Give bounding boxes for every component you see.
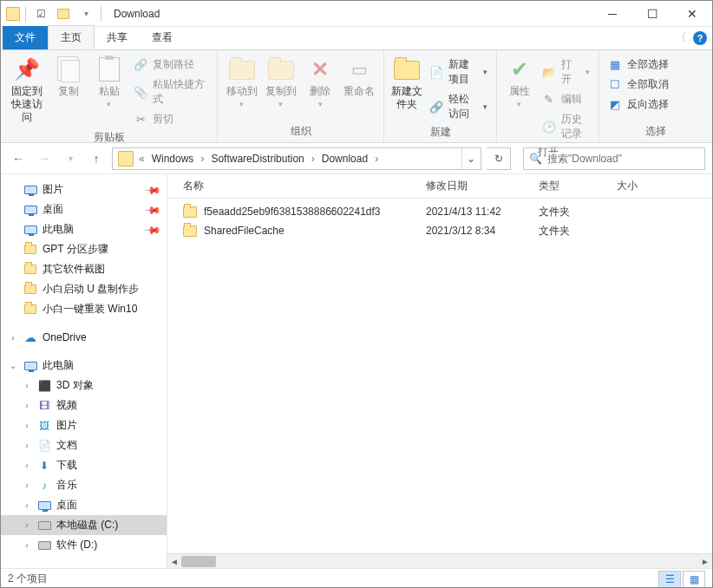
col-size[interactable]: 大小 xyxy=(610,179,662,193)
invert-selection-button[interactable]: ◩反向选择 xyxy=(605,95,672,114)
disk-icon xyxy=(37,519,51,532)
desktop-icon xyxy=(23,203,37,217)
chevron-icon[interactable]: › xyxy=(310,153,317,165)
move-to-button[interactable]: 移动到 ▾ xyxy=(223,54,260,111)
close-button[interactable]: ✕ xyxy=(672,1,712,27)
qat-new-folder-button[interactable] xyxy=(54,4,73,23)
copy-to-button[interactable]: 复制到 ▾ xyxy=(262,54,299,111)
horizontal-scrollbar[interactable]: ◄ ► xyxy=(167,553,712,568)
cut-button[interactable]: ✂剪切 xyxy=(130,110,212,128)
maximize-button[interactable]: ☐ xyxy=(632,1,672,27)
easy-access-button[interactable]: 🔗轻松访问▾ xyxy=(426,90,491,123)
icons-view-button[interactable]: ▦ xyxy=(683,571,705,588)
folder-icon xyxy=(6,7,20,21)
edit-button[interactable]: ✎编辑 xyxy=(539,90,593,108)
copyto-icon xyxy=(267,56,295,83)
file-row[interactable]: SharedFileCache 2021/3/12 8:34 文件夹 xyxy=(176,221,712,240)
tree-item-desktop2[interactable]: ›桌面 xyxy=(1,495,167,515)
open-button[interactable]: 📂打开▾ xyxy=(539,56,593,88)
tree-item[interactable]: GPT 分区步骤 xyxy=(1,239,167,259)
select-none-button[interactable]: ☐全部取消 xyxy=(605,75,672,94)
breadcrumb-prefix[interactable]: « xyxy=(137,153,147,165)
title-bar: ☑ ▾ Download ─ ☐ ✕ xyxy=(1,1,712,27)
forward-button[interactable]: → xyxy=(34,148,55,169)
tree-item-downloads[interactable]: ›⬇下载 xyxy=(1,455,167,475)
address-dropdown-button[interactable]: ⌄ xyxy=(461,148,479,169)
music-icon: ♪ xyxy=(37,479,51,493)
search-input[interactable] xyxy=(547,153,699,165)
refresh-button[interactable]: ↻ xyxy=(487,147,511,170)
separator xyxy=(25,6,26,22)
address-bar[interactable]: « Windows › SoftwareDistribution › Downl… xyxy=(112,147,481,170)
recent-button[interactable]: ▾ xyxy=(60,148,81,169)
pin-icon: 📌 xyxy=(13,56,41,83)
tab-share[interactable]: 共享 xyxy=(95,26,140,49)
details-view-button[interactable]: ☰ xyxy=(658,571,681,588)
tree-item[interactable]: 小白启动 U 盘制作步 xyxy=(1,279,167,299)
crumb-softwaredistribution[interactable]: SoftwareDistribution xyxy=(206,148,309,169)
delete-button[interactable]: ✕ 删除 ▾ xyxy=(302,54,339,111)
file-row[interactable]: f5eaadd25eb9f6381538886602241df3 2021/4/… xyxy=(176,202,712,221)
pin-quick-access-button[interactable]: 📌 固定到快速访问 xyxy=(6,54,48,126)
paste-shortcut-button[interactable]: 📎粘贴快捷方式 xyxy=(130,75,212,108)
copy-path-button[interactable]: 🔗复制路径 xyxy=(130,56,212,74)
tree-item-documents[interactable]: ›📄文档 xyxy=(1,435,167,455)
moveto-icon xyxy=(228,56,256,83)
up-button[interactable]: ↑ xyxy=(86,148,107,169)
desktop-icon xyxy=(37,499,51,513)
tree-item-desktop[interactable]: 桌面📌 xyxy=(1,199,167,219)
pc-icon xyxy=(23,223,37,237)
tree-item-music[interactable]: ›♪音乐 xyxy=(1,475,167,495)
history-button[interactable]: 🕑历史记录 xyxy=(539,110,593,143)
tree-item-pictures2[interactable]: ›🖼图片 xyxy=(1,415,167,435)
paste-button[interactable]: 粘贴 ▾ xyxy=(90,54,128,111)
copy-button[interactable]: 复制 xyxy=(49,54,88,100)
properties-button[interactable]: ✔ 属性 ▾ xyxy=(502,54,537,111)
back-button[interactable]: ← xyxy=(8,148,29,169)
tree-item-videos[interactable]: ›🎞视频 xyxy=(1,395,167,415)
new-folder-icon xyxy=(393,56,421,83)
scroll-right-button[interactable]: ► xyxy=(698,554,712,568)
edit-icon: ✎ xyxy=(542,93,556,107)
video-icon: 🎞 xyxy=(37,399,51,413)
navigation-tree[interactable]: 图片📌 桌面📌 此电脑📌 GPT 分区步骤 其它软件截图 小白启动 U 盘制作步… xyxy=(1,174,167,568)
rename-button[interactable]: ▭ 重命名 xyxy=(341,54,378,100)
crumb-windows[interactable]: Windows xyxy=(147,148,200,169)
help-button[interactable]: ? xyxy=(693,31,707,45)
chevron-icon[interactable]: › xyxy=(199,153,206,165)
chevron-icon[interactable]: › xyxy=(373,153,380,165)
qat-customize-button[interactable]: ▾ xyxy=(76,4,95,23)
minimize-button[interactable]: ─ xyxy=(592,1,632,27)
new-folder-button[interactable]: 新建文件夹 xyxy=(389,54,424,113)
select-all-button[interactable]: ▦全部选择 xyxy=(605,56,672,74)
new-item-button[interactable]: 📄新建项目▾ xyxy=(426,56,491,88)
tree-item-onedrive[interactable]: ›☁OneDrive xyxy=(1,328,167,347)
delete-icon: ✕ xyxy=(306,56,334,83)
easy-access-icon: 🔗 xyxy=(429,100,443,114)
tree-item-drive-d[interactable]: ›软件 (D:) xyxy=(1,535,167,555)
tab-home[interactable]: 主页 xyxy=(48,25,95,49)
tab-file[interactable]: 文件 xyxy=(3,26,48,49)
file-list[interactable]: f5eaadd25eb9f6381538886602241df3 2021/4/… xyxy=(167,199,712,553)
col-date[interactable]: 修改日期 xyxy=(419,179,532,193)
col-type[interactable]: 类型 xyxy=(532,179,610,193)
tree-item-pictures[interactable]: 图片📌 xyxy=(1,180,167,199)
tree-item-thispc-root[interactable]: ⌄此电脑 xyxy=(1,356,167,376)
tree-item[interactable]: 其它软件截图 xyxy=(1,259,167,279)
scroll-left-button[interactable]: ◄ xyxy=(167,554,181,568)
file-list-panel: 名称 修改日期 类型 大小 f5eaadd25eb9f6381538886602… xyxy=(167,174,712,568)
tree-item[interactable]: 小白一键重装 Win10 xyxy=(1,299,167,319)
group-label: 剪贴板 xyxy=(1,128,217,148)
collapse-ribbon-button[interactable]: 〈 xyxy=(676,30,686,45)
scroll-thumb[interactable] xyxy=(181,556,216,567)
tree-item-3d[interactable]: ›⬛3D 对象 xyxy=(1,376,167,395)
label: 固定到快速访问 xyxy=(8,85,46,124)
tree-item-drive-c[interactable]: ›本地磁盘 (C:) xyxy=(1,515,167,535)
crumb-download[interactable]: Download xyxy=(317,148,373,169)
col-name[interactable]: 名称 xyxy=(176,179,419,193)
qat-properties-button[interactable]: ☑ xyxy=(31,4,50,23)
tree-item-thispc[interactable]: 此电脑📌 xyxy=(1,219,167,239)
search-box[interactable]: 🔍 xyxy=(523,147,705,170)
documents-icon: 📄 xyxy=(37,439,51,453)
tab-view[interactable]: 查看 xyxy=(140,26,185,49)
